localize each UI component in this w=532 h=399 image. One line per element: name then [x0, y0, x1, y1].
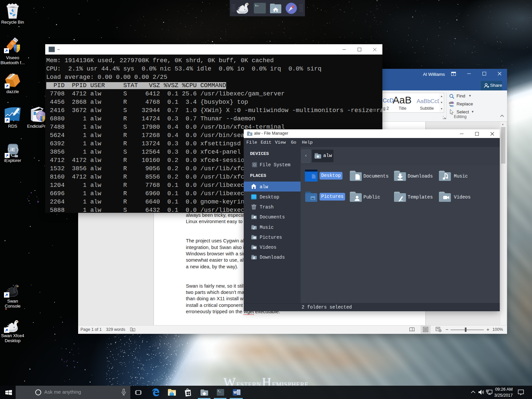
svg-text:x: x [133, 329, 134, 331]
svg-text:ac: ac [450, 104, 454, 107]
svg-text:W: W [233, 390, 237, 394]
svg-text:iE: iE [10, 147, 15, 152]
svg-text:$: $ [255, 4, 257, 7]
